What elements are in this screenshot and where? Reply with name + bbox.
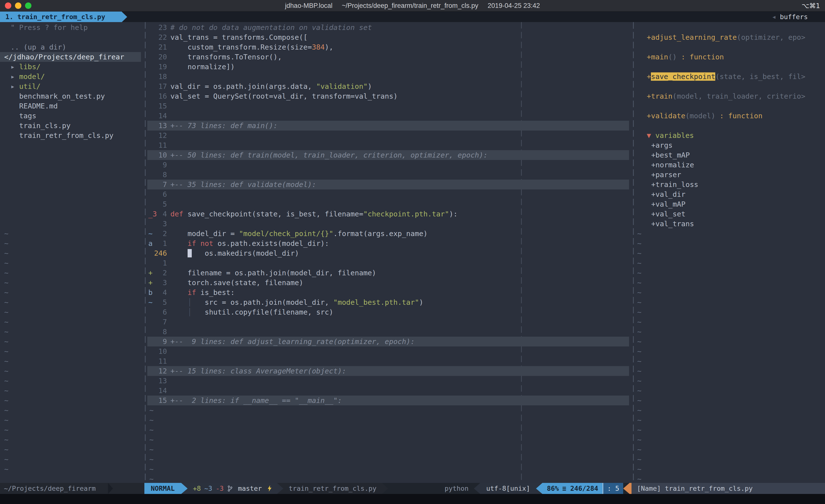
tagbar-variable-val_trans[interactable]: +val_trans	[635, 219, 825, 229]
tagbar-variable-normalize[interactable]: +normalize	[635, 160, 825, 170]
window-separator[interactable]	[141, 22, 147, 483]
nerdtree-item-readme-md[interactable]: README.md	[0, 101, 141, 111]
code-line[interactable]: 12	[147, 131, 629, 140]
powerline-arrow-icon	[108, 483, 113, 494]
tilde: ~	[0, 445, 141, 454]
nerdtree-root[interactable]: </jdhao/Projects/deep_firear	[0, 52, 141, 62]
tilde: ~	[635, 454, 825, 464]
tagbar-variable-val_set[interactable]: +val_set	[635, 209, 825, 219]
code-line[interactable]: 15	[147, 101, 629, 111]
tilde: ~	[0, 327, 141, 337]
tilde: ~	[635, 415, 825, 425]
tagbar-section-variables[interactable]: ▼ variables	[635, 131, 825, 140]
code-line[interactable]: 17val_dir = os.path.join(args.data, "val…	[147, 81, 629, 91]
code-line[interactable]: 7	[147, 317, 629, 327]
code-line[interactable]: 22val_trans = transforms.Compose([	[147, 32, 629, 42]
code-line[interactable]: 19 normalize])	[147, 62, 629, 72]
tagbar-variable-val_dir[interactable]: +val_dir	[635, 189, 825, 199]
folded-line[interactable]: 10+-- 50 lines: def train(model, train_l…	[147, 150, 629, 160]
tilde: ~	[635, 307, 825, 317]
blank-line	[0, 170, 141, 180]
code-line[interactable]: 11	[147, 356, 629, 366]
tagbar-variable-train_loss[interactable]: +train_loss	[635, 180, 825, 189]
powerline-arrow-icon	[277, 483, 283, 494]
zoom-button[interactable]	[25, 2, 31, 9]
tilde: ~	[0, 366, 141, 376]
nerdtree-item-train-cls-py[interactable]: train_cls.py	[0, 121, 141, 131]
code-line[interactable]: +2 filename = os.path.join(model_dir, fi…	[147, 268, 629, 278]
tagbar-entry-train[interactable]: +train(model, train_loader, criterio>	[635, 91, 825, 101]
code-line[interactable]: 9	[147, 160, 629, 170]
editor-tilde-line: ~	[147, 435, 629, 445]
tilde: ~	[635, 366, 825, 376]
nerdtree-item-tags[interactable]: tags	[0, 111, 141, 121]
tagbar-panel: +adjust_learning_rate(optimizer, epo>+ma…	[635, 22, 825, 483]
code-line[interactable]: 11	[147, 140, 629, 150]
code-line[interactable]: 8	[147, 327, 629, 337]
tagbar-entry-validate[interactable]: +validate(model) : function	[635, 111, 825, 121]
folded-line[interactable]: 12+-- 15 lines: class AverageMeter(objec…	[147, 366, 629, 376]
folded-line[interactable]: 13+-- 73 lines: def main():	[147, 121, 629, 131]
minimize-button[interactable]	[15, 2, 21, 9]
column-indicator: : 5	[603, 483, 623, 494]
powerline-arrow-icon	[382, 483, 388, 494]
tilde: ~	[0, 229, 141, 239]
tab-train-retr-from-cls[interactable]: 1. train_retr_from_cls.py	[0, 11, 122, 22]
code-line[interactable]: 16val_set = QuerySet(root=val_dir, trans…	[147, 91, 629, 101]
nerdtree-updir-item[interactable]: .. (up a dir)	[0, 42, 141, 52]
code-line[interactable]: ~2 model_dir = "model/check_point/{}".fo…	[147, 229, 629, 239]
code-line[interactable]: 246 os.makedirs(model_dir)	[147, 248, 629, 258]
window-title: jdhao-MBP.local~/Projects/deep_firearm/t…	[280, 2, 545, 10]
code-line[interactable]: 3	[147, 219, 629, 229]
git-branch-icon	[227, 485, 233, 492]
nerdtree-item-model[interactable]: ▸ model/	[0, 72, 141, 81]
code-line[interactable]: _34def save_checkpoint(state, is_best, f…	[147, 209, 629, 219]
code-line[interactable]: 10	[147, 346, 629, 356]
editor-window[interactable]: 23# do not do data augmentation on valid…	[147, 22, 629, 483]
code-line[interactable]: 6 │ shutil.copyfile(filename, src)	[147, 307, 629, 317]
tagbar-entry-adjust_learning_rate[interactable]: +adjust_learning_rate(optimizer, epo>	[635, 32, 825, 42]
folded-line[interactable]: 15+-- 2 lines: if __name__ == "__main__"…	[147, 396, 629, 405]
powerline-arrow-icon	[181, 483, 188, 494]
close-button[interactable]	[5, 2, 11, 9]
git-hunks-branch: +8 ~3 -3 master	[188, 483, 277, 494]
code-line[interactable]: ~5 │ src = os.path.join(model_dir, "mode…	[147, 298, 629, 307]
code-line[interactable]: +3 torch.save(state, filename)	[147, 278, 629, 287]
tilde: ~	[0, 425, 141, 435]
tagbar-entry-main[interactable]: +main() : function	[635, 52, 825, 62]
code-line[interactable]: 18	[147, 72, 629, 81]
nerdtree-item-libs[interactable]: ▸ libs/	[0, 62, 141, 72]
code-line[interactable]: 13	[147, 376, 629, 386]
code-line[interactable]: 23# do not do data augmentation on valid…	[147, 22, 629, 32]
tilde: ~	[635, 474, 825, 483]
folded-line[interactable]: 9+-- 9 lines: def adjust_learning_rate(o…	[147, 337, 629, 346]
code-line[interactable]: 5	[147, 199, 629, 209]
buffers-label[interactable]: buffers	[780, 13, 808, 21]
code-line[interactable]: 1	[147, 258, 629, 268]
tagbar-variable-val_mAP[interactable]: +val_mAP	[635, 199, 825, 209]
line-indicator: ≡ 246/284	[562, 485, 598, 492]
tilde: ~	[635, 386, 825, 396]
tagbar-statusline: [Name] train_retr_from_cls.py	[631, 483, 825, 494]
code-line[interactable]: b4 if is_best:	[147, 287, 629, 298]
folded-line[interactable]: 7+-- 35 lines: def validate(model):	[147, 180, 629, 189]
tilde: ~	[0, 307, 141, 317]
nerdtree-item-benchmark-on-test-py[interactable]: benchmark_on_test.py	[0, 91, 141, 101]
code-line[interactable]: a1 if not os.path.exists(model_dir):	[147, 239, 629, 248]
code-line[interactable]: 21 custom_transform.Resize(size=384),	[147, 42, 629, 52]
code-line[interactable]: 14	[147, 386, 629, 396]
code-line[interactable]: 14	[147, 111, 629, 121]
warning-section	[629, 483, 631, 494]
code-line[interactable]: 20 transforms.ToTensor(),	[147, 52, 629, 62]
code-line[interactable]: 6	[147, 189, 629, 199]
tagbar-variable-parser[interactable]: +parser	[635, 170, 825, 180]
tagbar-variable-args[interactable]: +args	[635, 140, 825, 150]
command-line[interactable]	[0, 494, 825, 504]
window-separator[interactable]	[629, 22, 635, 483]
tagbar-variable-best_mAP[interactable]: +best_mAP	[635, 150, 825, 160]
tagbar-entry-save_checkpoint[interactable]: +save_checkpoint(state, is_best, fil>	[635, 72, 825, 81]
nerdtree-item-util[interactable]: ▸ util/	[0, 81, 141, 91]
code-line[interactable]: 8	[147, 170, 629, 180]
nerdtree-item-train-retr-from-cls-py[interactable]: train_retr_from_cls.py	[0, 131, 141, 140]
tab-arrow-icon	[122, 12, 127, 22]
